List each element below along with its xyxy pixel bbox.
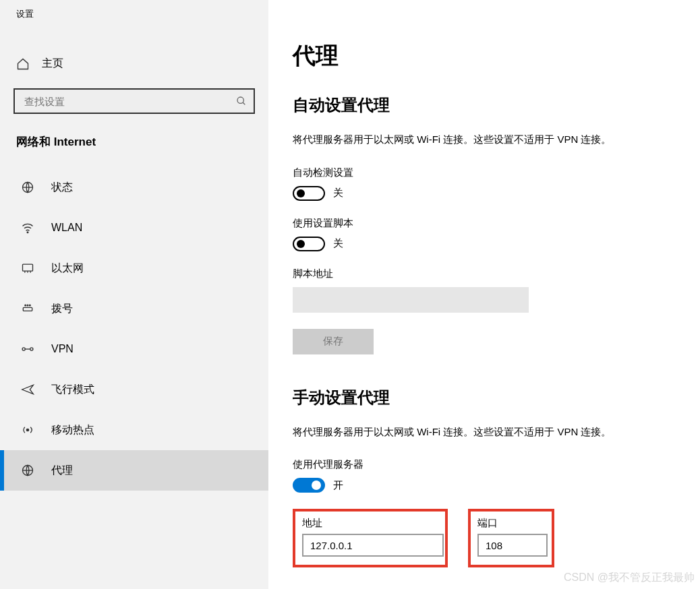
use-proxy-toggle[interactable] [293, 478, 325, 493]
address-input[interactable] [302, 534, 444, 557]
hotspot-icon [20, 423, 35, 437]
sidebar-item-proxy[interactable]: 代理 [0, 450, 268, 491]
use-proxy-state: 开 [333, 479, 343, 492]
wifi-icon [20, 221, 35, 235]
home-label: 主页 [42, 57, 63, 71]
svg-point-0 [237, 97, 243, 103]
nav-list: 状态 WLAN 以太网 拨号 [0, 167, 268, 491]
svg-point-4 [27, 232, 28, 233]
sidebar-item-label: 飞行模式 [51, 383, 94, 397]
svg-line-1 [243, 102, 245, 104]
address-highlight: 地址 [293, 509, 448, 567]
proxy-icon [20, 464, 35, 477]
app-title: 设置 [0, 0, 268, 27]
svg-point-14 [30, 348, 33, 350]
svg-point-10 [25, 305, 26, 306]
sidebar-item-vpn[interactable]: VPN [0, 329, 268, 369]
sidebar-item-ethernet[interactable]: 以太网 [0, 248, 268, 288]
address-label: 地址 [302, 517, 438, 530]
sidebar-item-airplane[interactable]: 飞行模式 [0, 369, 268, 410]
save-button: 保存 [293, 329, 374, 354]
airplane-icon [20, 383, 35, 396]
auto-detect-toggle[interactable] [293, 186, 325, 201]
sidebar-item-hotspot[interactable]: 移动热点 [0, 410, 268, 450]
ethernet-icon [20, 261, 35, 275]
script-address-input [293, 287, 529, 313]
sidebar-item-label: WLAN [51, 222, 82, 234]
use-script-toggle[interactable] [293, 237, 325, 251]
svg-point-16 [26, 429, 28, 431]
manual-proxy-description: 将代理服务器用于以太网或 Wi-Fi 连接。这些设置不适用于 VPN 连接。 [293, 425, 684, 440]
sidebar-item-label: 拨号 [51, 302, 73, 316]
manual-proxy-heading: 手动设置代理 [293, 387, 700, 408]
sidebar-item-label: VPN [51, 343, 74, 355]
sidebar-item-label: 状态 [51, 181, 73, 195]
search-input[interactable] [24, 96, 236, 107]
auto-detect-state: 关 [333, 187, 343, 199]
svg-rect-9 [23, 307, 32, 311]
use-script-label: 使用设置脚本 [293, 217, 700, 230]
search-icon [236, 96, 247, 106]
port-highlight: 端口 [468, 509, 554, 567]
sidebar-item-dialup[interactable]: 拨号 [0, 288, 268, 329]
sidebar-item-status[interactable]: 状态 [0, 167, 268, 208]
auto-detect-label: 自动检测设置 [293, 166, 700, 179]
svg-point-11 [27, 305, 28, 306]
dialup-icon [20, 302, 35, 315]
port-label: 端口 [477, 517, 545, 530]
auto-proxy-heading: 自动设置代理 [293, 94, 700, 116]
port-input[interactable] [477, 534, 548, 557]
vpn-icon [20, 342, 35, 356]
script-address-label: 脚本地址 [293, 268, 700, 280]
svg-point-13 [22, 348, 25, 350]
category-heading: 网络和 Internet [0, 114, 268, 158]
home-icon [16, 57, 30, 71]
page-title: 代理 [293, 40, 700, 71]
auto-proxy-description: 将代理服务器用于以太网或 Wi-Fi 连接。这些设置不适用于 VPN 连接。 [293, 132, 684, 148]
search-input-wrap[interactable] [13, 88, 255, 114]
sidebar-home[interactable]: 主页 [0, 46, 268, 76]
svg-rect-5 [23, 264, 33, 271]
use-proxy-label: 使用代理服务器 [293, 458, 700, 471]
status-icon [20, 181, 35, 194]
use-script-state: 关 [333, 237, 343, 250]
sidebar-item-wlan[interactable]: WLAN [0, 208, 268, 248]
sidebar-item-label: 移动热点 [51, 423, 94, 437]
sidebar-item-label: 代理 [51, 464, 73, 478]
sidebar-item-label: 以太网 [51, 261, 84, 276]
sidebar: 设置 主页 网络和 Internet 状态 [0, 0, 268, 589]
main-content: 代理 自动设置代理 将代理服务器用于以太网或 Wi-Fi 连接。这些设置不适用于… [268, 0, 700, 589]
svg-point-12 [30, 305, 31, 306]
